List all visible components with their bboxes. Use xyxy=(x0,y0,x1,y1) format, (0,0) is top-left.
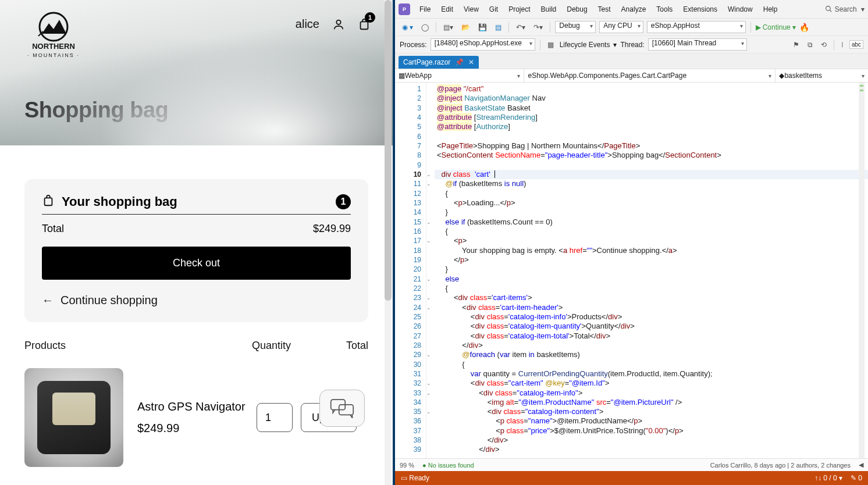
vs-toolbar-1: ◉ ▾ ◯ ▤▾ 📂 💾 ▤ ↶▾ ↷▾ Debug Any CPU eShop… xyxy=(395,19,868,36)
vs-menubar: FileEditViewGitProjectBuildDebugTestAnal… xyxy=(415,3,782,16)
product-thumbnail[interactable] xyxy=(24,368,123,467)
page-title: Shopping bag xyxy=(24,98,168,123)
webapp-pane: NORTHERN · MOUNTAINS · alice 1 Shopping … xyxy=(0,0,393,485)
svg-rect-4 xyxy=(361,22,368,29)
vs-search-label: Search xyxy=(835,5,857,13)
status-ready: Ready xyxy=(409,474,429,482)
file-tab-label: CartPage.razor xyxy=(403,58,450,66)
status-nav[interactable]: ↑↓ 0 / 0 ▾ xyxy=(814,474,842,482)
platform-select[interactable]: Any CPU xyxy=(599,21,643,33)
nav-class[interactable]: eShop.WebApp.Components.Pages.Cart.CartP… xyxy=(524,69,775,82)
brand-logo[interactable]: NORTHERN · MOUNTAINS · xyxy=(24,10,83,65)
vs-toolbar-2: Process: [18480] eShop.AppHost.exe ▦ Lif… xyxy=(395,36,868,54)
editor-nav-bar: ▦ WebApp eShop.WebApp.Components.Pages.C… xyxy=(395,69,868,83)
panel-badge: 1 xyxy=(336,194,351,209)
blame-info: Carlos Carrillo, 8 days ago | 2 authors,… xyxy=(710,462,851,469)
cart-mini-count: 1 xyxy=(365,12,375,23)
file-tab-cartpage[interactable]: CartPage.razor 📌 ✕ xyxy=(399,56,479,69)
undo-icon[interactable]: ↶▾ xyxy=(514,22,528,33)
tool1-icon[interactable]: ⁞ xyxy=(839,40,846,50)
process-label: Process: xyxy=(400,41,427,49)
username[interactable]: alice xyxy=(296,17,319,31)
save-icon[interactable]: 💾 xyxy=(476,22,489,33)
menu-git[interactable]: Git xyxy=(485,3,503,16)
svg-point-0 xyxy=(40,13,67,41)
pin-icon[interactable]: 📌 xyxy=(455,58,464,66)
menu-help[interactable]: Help xyxy=(759,3,782,16)
back-button[interactable]: ◉ ▾ xyxy=(400,22,415,33)
close-tab-icon[interactable]: ✕ xyxy=(468,58,474,66)
menu-analyze[interactable]: Analyze xyxy=(617,3,651,16)
lifecycle-icon[interactable]: ▦ xyxy=(545,40,556,50)
svg-point-8 xyxy=(826,6,830,11)
vs-statusbar: ▭ Ready ↑↓ 0 / 0 ▾ ✎ 0 xyxy=(395,471,868,485)
abc-toggle[interactable]: abc xyxy=(849,40,863,49)
cart-item-row: Astro GPS Navigator $249.99 Update xyxy=(24,358,368,467)
product-price: $249.99 xyxy=(137,422,246,435)
col-quantity: Quantity xyxy=(252,340,322,352)
new-item-icon[interactable]: ▤▾ xyxy=(441,22,456,33)
stack-icon[interactable]: ⧉ xyxy=(805,40,815,50)
user-icon[interactable] xyxy=(332,18,345,31)
thread-select[interactable]: [10660] Main Thread xyxy=(648,38,747,51)
startup-select[interactable]: eShop.AppHost xyxy=(647,21,746,33)
cart-summary-panel: Your shopping bag 1 Total $249.99 Check … xyxy=(24,179,368,322)
scrollbar[interactable] xyxy=(385,0,392,485)
scroll-left-icon[interactable]: ◀ xyxy=(859,461,863,469)
quantity-input[interactable] xyxy=(257,403,293,432)
nav-member[interactable]: ◆ basketItems xyxy=(775,69,868,82)
col-total: Total xyxy=(322,340,368,352)
output-icon[interactable]: ▭ xyxy=(401,474,407,482)
svg-text:· MOUNTAINS ·: · MOUNTAINS · xyxy=(27,52,79,58)
visual-studio-pane: P FileEditViewGitProjectBuildDebugTestAn… xyxy=(395,0,868,485)
total-label: Total xyxy=(42,223,64,235)
cart-icon[interactable]: 1 xyxy=(358,18,371,31)
menu-view[interactable]: View xyxy=(459,3,483,16)
col-products: Products xyxy=(24,340,252,352)
continue-shopping-label: Continue shopping xyxy=(61,294,158,307)
issues-status[interactable]: ● No issues found xyxy=(422,462,474,469)
forward-button[interactable]: ◯ xyxy=(419,22,431,33)
continue-shopping-link[interactable]: ← Continue shopping xyxy=(42,294,351,307)
total-value: $249.99 xyxy=(313,223,351,235)
frame-icon[interactable]: ⟲ xyxy=(819,40,829,50)
menu-debug[interactable]: Debug xyxy=(562,3,592,16)
config-select[interactable]: Debug xyxy=(555,21,596,33)
panel-title: Your shopping bag xyxy=(62,194,177,209)
menu-edit[interactable]: Edit xyxy=(436,3,458,16)
process-select[interactable]: [18480] eShop.AppHost.exe xyxy=(431,38,535,51)
menu-file[interactable]: File xyxy=(415,3,435,16)
flag-icon[interactable]: ⚑ xyxy=(791,40,802,50)
open-icon[interactable]: 📂 xyxy=(459,22,472,33)
items-header: Products Quantity Total xyxy=(24,340,368,352)
menu-window[interactable]: Window xyxy=(723,3,757,16)
menu-build[interactable]: Build xyxy=(536,3,561,16)
redo-icon[interactable]: ↷▾ xyxy=(531,22,545,33)
menu-tools[interactable]: Tools xyxy=(652,3,677,16)
hot-reload-icon[interactable]: 🔥 xyxy=(799,23,809,32)
menu-extensions[interactable]: Extensions xyxy=(678,3,722,16)
menu-test[interactable]: Test xyxy=(593,3,616,16)
menu-project[interactable]: Project xyxy=(504,3,535,16)
nav-project[interactable]: ▦ WebApp xyxy=(395,69,524,82)
zoom-level[interactable]: 99 % xyxy=(400,462,414,469)
editor-footer: 99 % ● No issues found Carlos Carrillo, … xyxy=(395,458,868,471)
editor-marker-bar[interactable] xyxy=(859,83,865,458)
vs-logo-icon[interactable]: P xyxy=(399,3,410,15)
svg-text:NORTHERN: NORTHERN xyxy=(32,42,75,51)
vs-search[interactable]: Search ▾ xyxy=(825,5,865,13)
arrow-left-icon: ← xyxy=(42,294,54,307)
product-name: Astro GPS Navigator xyxy=(137,400,246,413)
thread-label: Thread: xyxy=(620,41,644,49)
svg-rect-5 xyxy=(45,198,52,205)
vs-titlebar: P FileEditViewGitProjectBuildDebugTestAn… xyxy=(395,0,868,19)
continue-button[interactable]: ▶ Continue ▾ xyxy=(756,23,796,31)
code-editor[interactable]: 1234567891011121314151617181920212223242… xyxy=(395,83,868,458)
status-errors[interactable]: ✎ 0 xyxy=(851,474,862,482)
save-all-icon[interactable]: ▤ xyxy=(493,22,504,33)
chat-widget[interactable] xyxy=(319,390,365,427)
bag-icon xyxy=(42,194,55,209)
svg-point-3 xyxy=(336,20,340,24)
lifecycle-label[interactable]: Lifecycle Events xyxy=(560,41,610,49)
checkout-button[interactable]: Check out xyxy=(42,247,351,280)
